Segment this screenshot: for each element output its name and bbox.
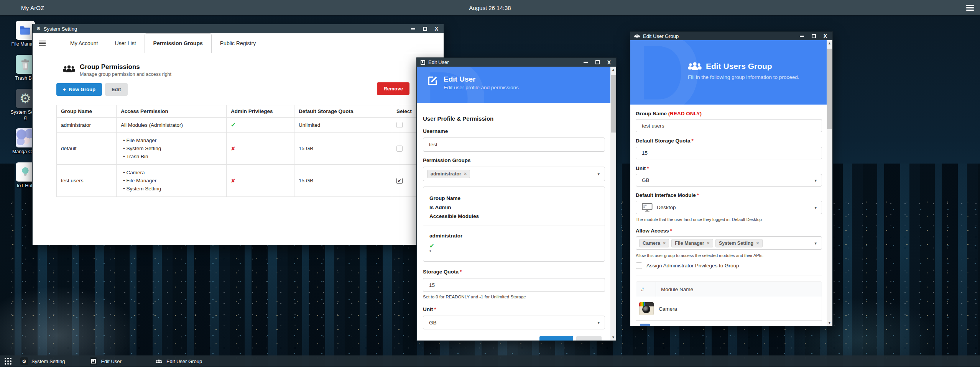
row-select-checkbox-checked[interactable]: ✔ — [396, 178, 403, 184]
permission-groups-dropdown[interactable]: administrator × ▾ — [423, 167, 605, 181]
edit-user-group-form: Group Name (READ ONLY) test users Defaul… — [630, 111, 827, 326]
scrollbar-thumb[interactable] — [827, 49, 832, 129]
default-storage-quota-label: Default Storage Quota* — [636, 138, 822, 144]
default-interface-module-dropdown[interactable]: Desktop ▾ — [636, 201, 822, 214]
maximize-button[interactable] — [423, 27, 427, 31]
divider — [636, 275, 822, 275]
tab-permission-groups[interactable]: Permission Groups — [145, 33, 212, 53]
taskbar: ⚙ System Setting Edit User Edit User Gro… — [0, 355, 980, 367]
gear-icon: ⚙ — [36, 26, 41, 31]
header-subtitle: Edit user profile and permissions — [444, 85, 519, 90]
scroll-up-icon[interactable]: ▲ — [827, 42, 832, 45]
clock: August 26 14:38 — [469, 5, 511, 11]
scrollbar[interactable]: ▲ ▼ — [610, 67, 616, 341]
hamburger-icon[interactable] — [39, 39, 46, 47]
group-info-box: Group Name Is Admin Accessible Modules a… — [423, 187, 605, 262]
taskbar-item-edit-user[interactable]: Edit User — [90, 357, 121, 365]
maximize-button[interactable] — [595, 60, 600, 64]
info-col-is-admin: Is Admin — [429, 203, 599, 212]
table-header-row: Group Name Access Permission Admin Privi… — [57, 105, 439, 118]
storage-quota-hint: Set to 0 for READONLY and -1 for Unlimit… — [423, 295, 605, 299]
allowed-module-tag[interactable]: Camera × — [639, 239, 669, 247]
scroll-up-icon[interactable]: ▲ — [610, 68, 616, 71]
system-setting-titlebar[interactable]: ⚙ System Setting X — [33, 24, 444, 33]
update-button[interactable]: Update — [539, 336, 573, 341]
module-row-partial — [636, 320, 822, 326]
edit-user-form: User Profile & Permission Username test … — [417, 115, 611, 341]
close-button[interactable]: X — [607, 60, 611, 65]
tab-user-list[interactable]: User List — [106, 33, 144, 53]
group-name-cell: test users — [57, 165, 117, 197]
remove-tag-icon[interactable]: × — [756, 241, 759, 246]
admin-no-icon: ✘ — [231, 146, 235, 152]
header-title: Edit User — [444, 75, 519, 83]
allow-access-dropdown[interactable]: Camera × File Manager × System Setting ×… — [636, 236, 822, 250]
settings-tab-bar: My Account User List Permission Groups P… — [33, 33, 444, 53]
permission-group-tag[interactable]: administrator × — [427, 170, 470, 178]
storage-quota-label: Storage Quota* — [423, 269, 605, 275]
window-edit-user-group: Edit User Group X D Edit Users Group — [630, 31, 833, 326]
unit-dropdown[interactable]: GB ▾ — [423, 316, 605, 329]
remove-group-button[interactable]: Remove — [377, 82, 409, 95]
permission-groups-label: Permission Groups — [423, 157, 605, 163]
close-button[interactable]: X — [435, 26, 438, 31]
brand-label: My ArOZ — [21, 5, 44, 11]
required-asterisk: * — [692, 138, 694, 144]
scroll-down-icon[interactable]: ▼ — [827, 321, 832, 324]
maximize-button[interactable] — [812, 34, 816, 38]
desktop: My ArOZ August 26 14:38 File Manager Tra… — [0, 0, 980, 370]
chevron-down-icon: ▾ — [814, 205, 817, 210]
admin-no-icon: ✘ — [231, 178, 235, 184]
minimize-button[interactable] — [584, 62, 588, 63]
chevron-down-icon: ▾ — [597, 172, 600, 177]
minimize-button[interactable] — [800, 36, 804, 37]
taskbar-item-edit-user-group[interactable]: Edit User Group — [155, 357, 202, 365]
scroll-down-icon[interactable]: ▼ — [610, 336, 616, 339]
row-select-checkbox[interactable] — [396, 146, 403, 152]
tab-my-account[interactable]: My Account — [62, 33, 106, 53]
edit-user-group-titlebar[interactable]: Edit User Group X — [630, 32, 832, 40]
quota-cell: 15 GB — [294, 133, 392, 165]
default-storage-quota-field[interactable]: 15 — [636, 147, 822, 159]
row-select-checkbox[interactable] — [396, 122, 403, 128]
assign-admin-checkbox[interactable] — [636, 262, 642, 269]
close-button[interactable]: X — [824, 33, 827, 39]
taskbar-item-system-setting[interactable]: ⚙ System Setting — [20, 357, 65, 365]
allowed-module-tag[interactable]: File Manager × — [671, 239, 713, 247]
group-name-label: Group Name (READ ONLY) — [636, 111, 822, 116]
app-launcher-icon[interactable] — [5, 358, 12, 365]
module-name: Camera — [654, 306, 677, 312]
scrollbar-thumb[interactable] — [611, 75, 616, 133]
username-field[interactable]: test — [423, 138, 605, 152]
allow-access-hint: Allow this user group to access the sele… — [636, 253, 822, 258]
required-asterisk: * — [697, 192, 699, 198]
menu-icon[interactable] — [966, 4, 974, 12]
admin-yes-icon: ✔ — [231, 121, 236, 128]
remove-tag-icon[interactable]: × — [663, 241, 666, 246]
users-icon — [634, 34, 640, 38]
permission-groups-panel: Group Permissions Manage group permissio… — [33, 63, 444, 197]
scrollbar[interactable]: ▲ ▼ — [827, 40, 832, 326]
edit-user-titlebar[interactable]: Edit User X — [417, 58, 616, 67]
allowed-module-tag[interactable]: System Setting × — [715, 239, 763, 247]
header-title: Edit Users Group — [706, 62, 772, 71]
gear-icon: ⚙ — [22, 359, 26, 364]
minimize-button[interactable] — [411, 28, 415, 29]
unit-dropdown[interactable]: GB ▾ — [636, 174, 822, 187]
form-section-heading: User Profile & Permission — [423, 115, 605, 122]
table-row: administrator All Modules (Administrator… — [57, 118, 439, 133]
close-form-button[interactable]: Close — [576, 336, 602, 341]
group-permissions-table: Group Name Access Permission Admin Privi… — [56, 105, 439, 197]
group-name-cell: administrator — [57, 118, 117, 133]
edit-user-group-header: D Edit Users Group Fill in the following… — [630, 40, 832, 105]
edit-group-button[interactable]: Edit — [105, 83, 128, 96]
remove-tag-icon[interactable]: × — [464, 171, 467, 177]
group-name-field[interactable]: test users — [636, 119, 822, 132]
edit-user-header: D Edit User Edit user profile and permis… — [417, 67, 616, 103]
access-cell: All Modules (Administrator) — [117, 118, 227, 133]
page-title: Group Permissions — [80, 63, 171, 71]
new-group-button[interactable]: + New Group — [56, 83, 102, 96]
remove-tag-icon[interactable]: × — [707, 241, 710, 246]
storage-quota-field[interactable]: 15 — [423, 278, 605, 292]
tab-public-registry[interactable]: Public Registry — [212, 33, 264, 53]
